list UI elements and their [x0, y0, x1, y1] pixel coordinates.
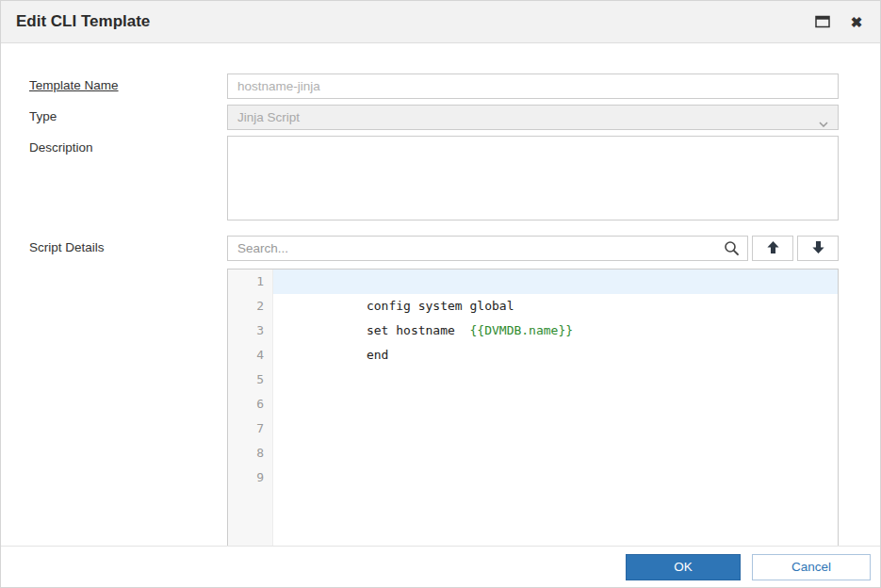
chevron-down-icon — [819, 116, 828, 130]
script-editor-row: 1 2 3 4 5 6 7 8 9 config system global s… — [227, 269, 839, 550]
code-line[interactable]: config system global — [273, 270, 838, 294]
arrow-down-icon — [811, 240, 825, 257]
line-number: 3 — [228, 318, 272, 343]
code-segment: end — [367, 348, 388, 362]
close-icon[interactable]: ✖ — [848, 13, 865, 30]
line-number: 7 — [228, 416, 272, 441]
code-segment: set hostname — [367, 323, 470, 337]
template-name-label: Template Name — [29, 74, 227, 92]
dialog-title: Edit CLI Template — [16, 12, 150, 31]
dialog-header: Edit CLI Template ✖ — [1, 1, 880, 43]
description-label: Description — [29, 136, 227, 155]
template-name-row: Template Name — [1, 74, 880, 99]
dialog-footer: OK Cancel — [1, 546, 880, 587]
maximize-icon[interactable] — [814, 13, 831, 30]
description-row: Description — [1, 136, 880, 223]
type-select-value: Jinja Script — [237, 110, 300, 124]
description-textarea[interactable] — [227, 136, 839, 220]
line-number: 9 — [228, 466, 272, 490]
ok-button[interactable]: OK — [626, 554, 741, 580]
code-editor[interactable]: 1 2 3 4 5 6 7 8 9 config system global s… — [227, 269, 839, 550]
cancel-button[interactable]: Cancel — [752, 554, 871, 580]
editor-gutter: 1 2 3 4 5 6 7 8 9 — [228, 270, 273, 549]
edit-cli-template-dialog: Edit CLI Template ✖ Template Name Ty — [0, 0, 881, 588]
script-search-box — [227, 236, 748, 261]
header-icons: ✖ — [814, 13, 865, 30]
dialog-body: Template Name Type Jinja Script — [1, 43, 880, 550]
search-icon[interactable] — [724, 240, 740, 259]
line-number: 1 — [228, 270, 272, 294]
search-prev-button[interactable] — [752, 236, 793, 261]
type-row: Type Jinja Script — [1, 105, 880, 130]
script-details-row: Script Details — [1, 236, 880, 261]
type-label: Type — [29, 105, 227, 123]
line-number: 5 — [228, 368, 272, 392]
line-number: 4 — [228, 343, 272, 368]
type-select[interactable]: Jinja Script — [227, 105, 839, 130]
line-number: 2 — [228, 294, 272, 318]
code-area[interactable]: config system global set hostname {{DVMD… — [273, 270, 838, 549]
arrow-up-icon — [766, 240, 780, 257]
code-segment-jinja: {{DVMDB.name}} — [470, 323, 574, 337]
search-input[interactable] — [227, 236, 748, 261]
script-details-label: Script Details — [29, 236, 227, 254]
line-number: 8 — [228, 441, 272, 466]
search-next-button[interactable] — [797, 236, 839, 261]
line-number: 6 — [228, 392, 272, 416]
template-name-input[interactable] — [227, 74, 839, 99]
code-segment: config system global — [367, 299, 514, 313]
